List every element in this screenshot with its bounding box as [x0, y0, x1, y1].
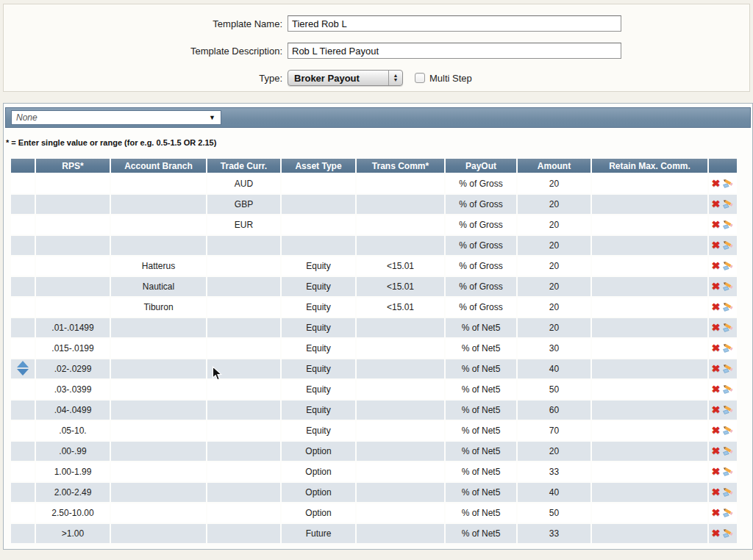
edit-row-icon[interactable] — [722, 445, 734, 458]
trade-curr-cell — [207, 421, 280, 440]
edit-row-icon[interactable] — [722, 507, 734, 520]
payout-cell: % of Net5 — [446, 359, 516, 378]
template-name-label: Template Name: — [4, 18, 288, 29]
reorder-handle-icon[interactable] — [17, 361, 29, 376]
delete-row-icon[interactable]: ✖ — [711, 179, 720, 189]
account-branch-cell: Hatterus — [111, 256, 206, 276]
delete-row-icon[interactable]: ✖ — [711, 364, 720, 374]
edit-row-icon[interactable] — [722, 322, 734, 334]
delete-row-icon[interactable]: ✖ — [711, 281, 720, 292]
asset-type-cell: Equity — [282, 318, 355, 337]
edit-row-icon[interactable] — [722, 301, 734, 314]
table-row: 2.50-10.00Option% of Net550✖ — [11, 503, 737, 523]
rps-cell: .02-.0299 — [36, 359, 110, 378]
delete-row-icon[interactable]: ✖ — [711, 343, 720, 353]
header-trans-comm: Trans Comm* — [357, 159, 444, 173]
delete-row-icon[interactable]: ✖ — [711, 426, 720, 436]
rps-cell: .00-.99 — [36, 442, 110, 461]
amount-cell: 50 — [518, 380, 590, 399]
header-rps: RPS* — [36, 159, 110, 173]
edit-row-icon[interactable] — [722, 404, 734, 417]
row-actions-cell: ✖ — [709, 277, 737, 296]
payout-cell: % of Gross — [446, 256, 516, 276]
rps-cell: .05-10. — [36, 421, 110, 440]
trans-comm-cell — [357, 380, 444, 399]
multi-step-label: Multi Step — [429, 73, 472, 84]
delete-row-icon[interactable]: ✖ — [711, 508, 720, 518]
retain-max-comm-cell — [592, 483, 707, 502]
delete-row-icon[interactable]: ✖ — [711, 199, 720, 209]
amount-cell: 40 — [518, 483, 590, 502]
payout-cell: % of Net5 — [446, 442, 516, 461]
delete-row-icon[interactable]: ✖ — [711, 220, 720, 230]
asset-type-cell: Equity — [282, 401, 355, 420]
trade-curr-cell — [207, 236, 280, 255]
delete-row-icon[interactable]: ✖ — [711, 528, 720, 539]
template-description-input[interactable] — [288, 43, 621, 59]
trans-comm-cell — [357, 421, 444, 440]
account-branch-cell: Tiburon — [111, 298, 206, 317]
edit-row-icon[interactable] — [722, 198, 734, 211]
table-row: .01-.01499Equity% of Net520✖ — [11, 318, 737, 337]
multi-step-checkbox[interactable] — [415, 73, 425, 83]
edit-row-icon[interactable] — [722, 260, 734, 273]
trans-comm-cell — [357, 236, 444, 255]
delete-row-icon[interactable]: ✖ — [711, 240, 720, 251]
header-actions — [709, 159, 737, 173]
retain-max-comm-cell — [592, 503, 707, 523]
edit-row-icon[interactable] — [722, 178, 734, 190]
delete-row-icon[interactable]: ✖ — [711, 302, 720, 312]
edit-row-icon[interactable] — [722, 363, 734, 376]
edit-row-icon[interactable] — [722, 281, 734, 293]
row-move-cell — [11, 318, 35, 337]
retain-max-comm-cell — [592, 195, 707, 214]
template-form-panel: Template Name: Template Description: Typ… — [3, 4, 750, 92]
payout-cell: % of Net5 — [446, 462, 516, 481]
delete-row-icon[interactable]: ✖ — [711, 446, 720, 456]
row-actions-cell: ✖ — [709, 503, 737, 523]
delete-row-icon[interactable]: ✖ — [711, 467, 720, 477]
trans-comm-cell — [357, 462, 444, 481]
table-row: AUD% of Gross20✖ — [11, 174, 737, 193]
rps-cell — [36, 277, 110, 296]
filter-bar: None ▼ — [5, 107, 751, 128]
amount-cell: 20 — [518, 298, 590, 317]
template-description-label: Template Description: — [4, 46, 288, 57]
amount-cell: 70 — [518, 421, 590, 440]
edit-row-icon[interactable] — [722, 528, 734, 540]
filter-select[interactable]: None ▼ — [11, 110, 221, 125]
select-stepper-icon: ▲▼ — [388, 71, 402, 85]
row-actions-cell: ✖ — [709, 174, 737, 193]
rps-cell — [36, 236, 110, 255]
trans-comm-cell — [357, 339, 444, 358]
trade-curr-cell — [207, 483, 280, 502]
delete-row-icon[interactable]: ✖ — [711, 323, 720, 333]
retain-max-comm-cell — [592, 339, 707, 358]
asset-type-cell: Option — [282, 483, 355, 502]
edit-row-icon[interactable] — [722, 425, 734, 437]
row-actions-cell: ✖ — [709, 524, 737, 543]
delete-row-icon[interactable]: ✖ — [711, 384, 720, 395]
filter-select-value: None — [12, 112, 209, 123]
edit-row-icon[interactable] — [722, 219, 734, 231]
delete-row-icon[interactable]: ✖ — [711, 487, 720, 498]
template-name-input[interactable] — [288, 15, 621, 32]
retain-max-comm-cell — [592, 256, 707, 276]
amount-cell: 30 — [518, 339, 590, 358]
edit-row-icon[interactable] — [722, 240, 734, 252]
table-row: EUR% of Gross20✖ — [11, 215, 737, 234]
edit-row-icon[interactable] — [722, 384, 734, 396]
table-row: HatterusEquity<15.01% of Gross20✖ — [11, 256, 737, 276]
table-row: .015-.0199Equity% of Net530✖ — [11, 339, 737, 358]
rps-cell: .01-.01499 — [36, 318, 110, 337]
trans-comm-cell — [357, 442, 444, 461]
delete-row-icon[interactable]: ✖ — [711, 261, 720, 271]
type-select[interactable]: Broker Payout ▲▼ — [288, 70, 403, 86]
row-move-cell — [11, 462, 35, 481]
account-branch-cell — [111, 401, 206, 420]
edit-row-icon[interactable] — [722, 487, 734, 499]
asset-type-cell — [282, 174, 355, 193]
delete-row-icon[interactable]: ✖ — [711, 405, 720, 415]
edit-row-icon[interactable] — [722, 342, 734, 355]
edit-row-icon[interactable] — [722, 466, 734, 478]
